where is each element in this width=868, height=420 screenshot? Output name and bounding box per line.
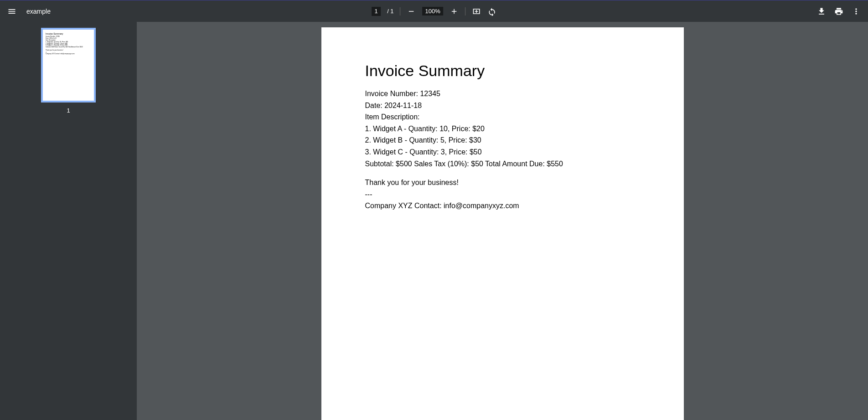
zoom-out-icon[interactable] [407,7,416,16]
zoom-in-icon[interactable] [450,7,459,16]
item-line-3: 3. Widget C - Quantity: 3, Price: $50 [365,146,640,158]
divider [400,7,401,15]
thumbnail-sidebar: Invoice Summary Invoice Number: 12345 Da… [0,22,137,420]
thumb-line: Company XYZ Contact: info@companyxyz.com [46,53,91,55]
totals-line: Subtotal: $500 Sales Tax (10%): $50 Tota… [365,158,640,170]
toolbar-center: / 1 100% [372,7,496,16]
page-total: / 1 [387,8,393,15]
menu-icon[interactable] [7,7,16,16]
print-icon[interactable] [834,7,843,16]
toolbar-right [817,7,861,16]
zoom-level[interactable]: 100% [423,7,443,15]
thumbnail-wrapper: Invoice Summary Invoice Number: 12345 Da… [41,28,96,114]
thumbnail-page-number: 1 [67,107,70,114]
document-page: Invoice Summary Invoice Number: 12345 Da… [321,27,684,420]
page-viewport[interactable]: Invoice Summary Invoice Number: 12345 Da… [137,22,868,420]
page-thumbnail[interactable]: Invoice Summary Invoice Number: 12345 Da… [41,28,96,102]
invoice-number-line: Invoice Number: 12345 [365,88,640,100]
file-title: example [26,8,51,15]
more-icon[interactable] [852,7,861,16]
download-icon[interactable] [817,7,826,16]
item-description-label: Item Description: [365,111,640,123]
rotate-icon[interactable] [487,7,496,16]
toolbar-left: example [7,7,51,16]
item-line-1: 1. Widget A - Quantity: 10, Price: $20 [365,123,640,135]
thumb-title: Invoice Summary [46,32,91,35]
separator-line: --- [365,189,640,200]
fit-page-icon[interactable] [472,7,481,16]
item-line-2: 2. Widget B - Quantity: 5, Price: $30 [365,134,640,146]
thank-you-line: Thank you for your business! [365,177,640,189]
date-line: Date: 2024-11-18 [365,100,640,112]
page-number-input[interactable] [372,7,381,16]
pdf-toolbar: example / 1 100% [0,0,868,22]
divider [465,7,465,15]
company-contact-line: Company XYZ Contact: info@companyxyz.com [365,200,640,212]
main-area: Invoice Summary Invoice Number: 12345 Da… [0,22,868,420]
document-title: Invoice Summary [365,62,640,80]
